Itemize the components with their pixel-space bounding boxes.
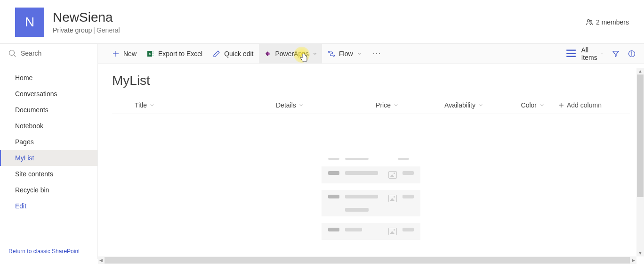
svg-text:X: X [148,52,151,56]
powerapps-button[interactable]: PowerApps [259,44,322,64]
export-label: Export to Excel [158,50,202,58]
column-header-availability[interactable]: Availability [412,101,497,109]
view-label: All Items [581,46,597,61]
sidebar: Search Home Conversations Documents Note… [0,44,98,259]
search-box[interactable]: Search [0,44,97,63]
nav-item-site-contents[interactable]: Site contents [0,166,97,182]
list-title: MyList [112,73,630,88]
nav-item-notebook[interactable]: Notebook [0,118,97,134]
site-classification: General [97,26,120,34]
svg-point-12 [333,55,335,56]
main: Search Home Conversations Documents Note… [0,43,644,259]
flow-label: Flow [339,50,353,58]
chevron-down-icon [313,51,317,56]
overflow-menu[interactable]: ··· [367,49,387,58]
nav-item-edit[interactable]: Edit [0,198,97,214]
svg-line-3 [14,55,16,57]
column-header-title[interactable]: Title [135,101,276,109]
site-title-block: NewSiena Private group|General [53,10,120,34]
powerapps-label: PowerApps [275,50,309,58]
plus-icon [558,102,564,108]
column-header-availability-label: Availability [444,101,475,109]
export-button[interactable]: X Export to Excel [142,44,207,64]
scroll-right-arrow-icon[interactable]: ▶ [630,258,636,263]
column-header-price-label: Price [376,101,391,109]
excel-icon: X [147,50,154,58]
powerapps-icon [264,50,271,58]
column-header-price[interactable]: Price [346,101,412,109]
members-icon [586,18,593,26]
site-logo[interactable]: N [15,8,44,37]
scroll-down-arrow-icon[interactable]: ▼ [638,250,643,256]
group-type: Private group [53,26,92,34]
column-header-details[interactable]: Details [276,101,346,109]
flow-button[interactable]: Flow [323,44,366,64]
horizontal-scroll-thumb[interactable] [105,257,630,264]
list-area: MyList Title Details Price Availability [98,64,644,259]
search-placeholder: Search [21,50,41,57]
view-selector[interactable]: All Items [560,46,607,61]
command-bar: New X Export to Excel Quick edit PowerAp… [98,44,644,64]
column-headers: Title Details Price Availability Color [112,101,630,114]
column-header-title-label: Title [135,101,147,109]
chevron-down-icon [357,51,362,56]
chevron-down-icon [601,51,603,56]
nav: Home Conversations Documents Notebook Pa… [0,63,97,243]
content: New X Export to Excel Quick edit PowerAp… [98,44,644,259]
command-bar-right: All Items [560,46,639,61]
quick-edit-label: Quick edit [224,50,253,58]
nav-item-mylist[interactable]: MyList [0,150,97,166]
chevron-down-icon [539,103,544,107]
info-button[interactable] [624,50,639,58]
svg-rect-8 [152,51,154,53]
return-classic-link[interactable]: Return to classic SharePoint [0,243,97,259]
list-icon [565,47,577,59]
chevron-down-icon [478,103,483,107]
column-header-color[interactable]: Color [497,101,558,109]
add-column-label: Add column [567,101,602,109]
new-button[interactable]: New [107,44,141,64]
filter-button[interactable] [608,50,623,58]
scroll-left-arrow-icon[interactable]: ◀ [98,258,104,263]
svg-rect-10 [152,55,154,56]
scroll-up-arrow-icon[interactable]: ▲ [638,68,643,74]
horizontal-scrollbar[interactable]: ◀ ▶ [98,256,636,264]
members-label: 2 members [596,18,629,26]
chevron-down-icon [150,103,154,107]
info-icon [628,50,636,58]
chevron-down-icon [299,103,304,107]
filter-icon [612,50,620,58]
svg-rect-9 [152,53,154,54]
nav-item-recycle-bin[interactable]: Recycle bin [0,182,97,198]
nav-item-documents[interactable]: Documents [0,102,97,118]
column-header-color-label: Color [521,101,537,109]
members-link[interactable]: 2 members [586,18,629,26]
nav-item-conversations[interactable]: Conversations [0,86,97,102]
vertical-scroll-thumb[interactable] [637,74,644,197]
column-header-details-label: Details [276,101,296,109]
plus-icon [112,50,120,58]
new-label: New [123,50,137,58]
search-icon [8,50,16,57]
site-header: N NewSiena Private group|General 2 membe… [0,0,644,43]
site-title[interactable]: NewSiena [53,10,120,25]
svg-point-11 [329,51,330,52]
empty-state-placeholder [322,158,420,240]
svg-point-2 [9,50,15,56]
vertical-scrollbar[interactable]: ▲ ▼ [636,68,644,256]
site-logo-letter: N [25,15,34,30]
flow-icon [328,50,335,58]
nav-item-pages[interactable]: Pages [0,134,97,150]
add-column-button[interactable]: Add column [558,101,602,109]
site-subtitle: Private group|General [53,26,120,34]
svg-point-18 [631,51,632,52]
nav-item-home[interactable]: Home [0,70,97,86]
quick-edit-button[interactable]: Quick edit [208,44,258,64]
chevron-down-icon [394,103,398,107]
site-header-left: N NewSiena Private group|General [15,8,120,37]
svg-point-1 [590,20,592,22]
svg-point-0 [587,20,589,22]
command-bar-left: New X Export to Excel Quick edit PowerAp… [107,44,387,64]
pencil-icon [213,50,220,58]
